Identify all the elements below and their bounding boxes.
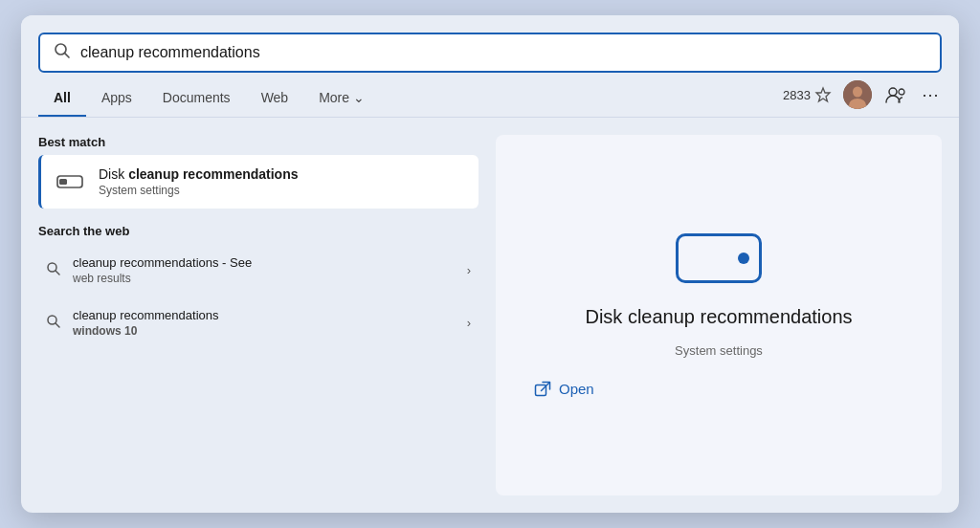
- web-item-title-1: cleanup recommendations - See: [73, 255, 456, 270]
- best-match-label: Best match: [38, 135, 479, 149]
- tab-web[interactable]: Web: [246, 82, 304, 117]
- web-results-list: cleanup recommendations - See web result…: [38, 244, 479, 349]
- chevron-right-icon-2: ›: [467, 316, 471, 330]
- result-subtitle: System settings: [675, 343, 763, 358]
- tab-more[interactable]: More ⌄: [303, 82, 380, 117]
- best-match-text: Disk cleanup recommendations System sett…: [99, 166, 299, 197]
- search-icon: [54, 42, 71, 63]
- search-bar-row: [21, 15, 959, 73]
- chevron-right-icon-1: ›: [467, 263, 471, 277]
- avatar[interactable]: [843, 80, 872, 109]
- more-options-button[interactable]: ⋯: [920, 82, 942, 107]
- disk-cleanup-icon: [676, 233, 762, 283]
- result-actions: Open: [519, 381, 594, 398]
- result-title: Disk cleanup recommendations: [585, 306, 852, 328]
- score-badge: 2833: [783, 86, 832, 103]
- open-external-icon: [534, 381, 551, 398]
- svg-line-11: [56, 271, 59, 275]
- header-right: 2833 ⋯: [783, 80, 942, 117]
- open-button[interactable]: Open: [534, 381, 594, 398]
- svg-line-13: [56, 323, 59, 327]
- search-window: All Apps Documents Web More ⌄ 2833: [21, 15, 959, 513]
- ellipsis-icon: ⋯: [922, 84, 940, 105]
- best-match-title: Disk cleanup recommendations: [99, 166, 299, 182]
- left-panel: Best match Disk cleanup recommendations …: [38, 135, 479, 495]
- web-search-label: Search the web: [38, 224, 479, 238]
- search-web-icon-1: [46, 261, 61, 280]
- search-web-icon-2: [46, 314, 61, 333]
- main-content: Best match Disk cleanup recommendations …: [21, 118, 959, 513]
- svg-point-4: [853, 87, 862, 98]
- best-match-subtitle: System settings: [99, 184, 299, 197]
- tab-documents[interactable]: Documents: [147, 82, 246, 117]
- open-label: Open: [559, 381, 594, 397]
- svg-marker-2: [816, 88, 830, 101]
- tabs-row: All Apps Documents Web More ⌄ 2833: [21, 73, 959, 118]
- best-match-section: Best match Disk cleanup recommendations …: [38, 135, 479, 209]
- web-search-section: Search the web cleanup recommendati: [38, 224, 479, 349]
- svg-point-6: [889, 88, 897, 96]
- list-item[interactable]: cleanup recommendations - See web result…: [38, 244, 479, 297]
- web-item-sub-2: windows 10: [73, 324, 456, 338]
- search-input[interactable]: [80, 44, 926, 61]
- people-icon-button[interactable]: [883, 84, 908, 105]
- result-icon-area: [676, 233, 762, 283]
- web-item-sub-1: web results: [73, 272, 456, 285]
- disk-dot: [738, 253, 749, 264]
- tab-all[interactable]: All: [38, 82, 86, 117]
- svg-point-7: [899, 89, 904, 95]
- best-match-item[interactable]: Disk cleanup recommendations System sett…: [38, 155, 479, 209]
- chevron-down-icon: ⌄: [353, 90, 365, 105]
- svg-rect-9: [59, 179, 67, 185]
- search-bar: [38, 33, 942, 73]
- detail-panel: Disk cleanup recommendations System sett…: [496, 135, 942, 495]
- trophy-icon: [814, 86, 832, 103]
- svg-line-1: [65, 54, 69, 57]
- disk-settings-icon: [55, 166, 85, 197]
- score-value: 2833: [783, 88, 811, 102]
- list-item[interactable]: cleanup recommendations windows 10 ›: [38, 297, 479, 349]
- web-item-title-2: cleanup recommendations: [73, 308, 456, 322]
- tab-apps[interactable]: Apps: [86, 82, 147, 117]
